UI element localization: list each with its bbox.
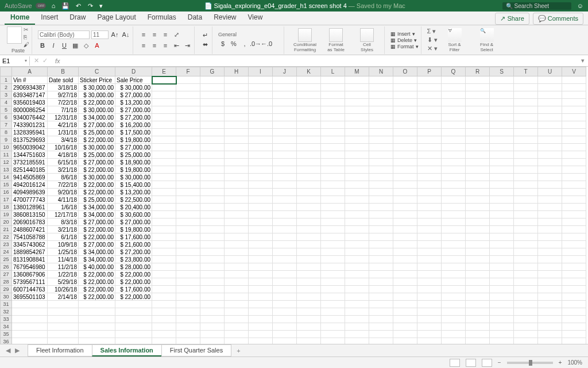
cell[interactable] — [297, 174, 321, 181]
cell[interactable] — [297, 256, 321, 263]
search-sheet[interactable]: 🔍 Search Sheet — [502, 2, 571, 10]
increase-font-icon[interactable]: A↑ — [110, 30, 119, 39]
cell[interactable] — [321, 256, 345, 263]
cell[interactable] — [562, 76, 586, 84]
cell[interactable] — [345, 99, 369, 106]
cell[interactable] — [225, 166, 249, 174]
cell[interactable]: $ 13,200.00 — [115, 189, 152, 196]
cell[interactable] — [200, 286, 225, 293]
cell[interactable] — [152, 144, 176, 151]
cell[interactable] — [442, 159, 466, 166]
cell[interactable] — [393, 174, 417, 181]
col-header[interactable]: R — [466, 67, 490, 76]
cell[interactable]: 4/21/18 — [48, 121, 79, 129]
cell[interactable] — [562, 256, 586, 263]
cell[interactable] — [514, 338, 538, 344]
cell[interactable] — [417, 316, 442, 323]
cell[interactable] — [393, 91, 417, 99]
cell[interactable]: 8131908841 — [12, 256, 48, 263]
cell[interactable] — [152, 151, 176, 159]
cell[interactable] — [514, 129, 538, 136]
cell[interactable] — [417, 204, 442, 211]
cell[interactable] — [514, 114, 538, 121]
cell[interactable]: $ 27,200.00 — [115, 248, 152, 256]
cell[interactable] — [273, 76, 297, 84]
cell[interactable]: $ 30,000.00 — [115, 174, 152, 181]
cell[interactable] — [225, 174, 249, 181]
cell[interactable] — [200, 189, 225, 196]
cell[interactable] — [442, 271, 466, 278]
cell[interactable] — [176, 286, 200, 293]
cell[interactable]: $ 30,000.00 — [79, 174, 115, 181]
cell[interactable]: 1889854267 — [12, 248, 48, 256]
cell[interactable] — [200, 204, 225, 211]
cell[interactable] — [514, 84, 538, 91]
cell[interactable]: 9650039042 — [12, 144, 48, 151]
cell[interactable] — [225, 144, 249, 151]
zoom-in-icon[interactable]: + — [559, 359, 562, 366]
cell[interactable] — [417, 91, 442, 99]
col-header[interactable]: F — [176, 67, 200, 76]
cell[interactable] — [393, 271, 417, 278]
cell[interactable] — [297, 159, 321, 166]
cell[interactable]: $ 34,000.00 — [79, 114, 115, 121]
cell[interactable] — [490, 136, 514, 144]
cell[interactable] — [152, 166, 176, 174]
cell[interactable] — [442, 293, 466, 301]
cell[interactable] — [225, 226, 249, 233]
cell[interactable] — [152, 204, 176, 211]
cell[interactable] — [490, 189, 514, 196]
cell[interactable] — [152, 256, 176, 263]
row-header[interactable]: 14 — [1, 174, 12, 181]
cell[interactable] — [514, 106, 538, 114]
cell[interactable] — [417, 181, 442, 189]
cell[interactable] — [249, 76, 273, 84]
cell[interactable] — [393, 151, 417, 159]
cell[interactable] — [538, 166, 562, 174]
cell[interactable] — [297, 189, 321, 196]
cell[interactable] — [152, 99, 176, 106]
cell[interactable] — [249, 338, 273, 344]
tab-review[interactable]: Review — [208, 11, 242, 25]
cell[interactable] — [249, 256, 273, 263]
cell[interactable]: $ 28,000.00 — [115, 263, 152, 271]
cell[interactable] — [176, 174, 200, 181]
cell[interactable] — [225, 204, 249, 211]
format-painter-icon[interactable]: 🖌 — [24, 41, 29, 48]
cell[interactable] — [417, 286, 442, 293]
cell[interactable] — [562, 286, 586, 293]
cell[interactable] — [249, 316, 273, 323]
cell[interactable] — [200, 308, 225, 316]
cell[interactable]: $ 27,000.00 — [79, 218, 115, 226]
cell[interactable] — [225, 248, 249, 256]
cell[interactable] — [225, 121, 249, 129]
cell[interactable] — [345, 76, 369, 84]
cell[interactable] — [490, 323, 514, 331]
cell[interactable]: 12/31/18 — [48, 114, 79, 121]
cell[interactable] — [514, 218, 538, 226]
cell[interactable] — [417, 84, 442, 91]
cell[interactable] — [321, 278, 345, 286]
cell[interactable] — [345, 151, 369, 159]
cell[interactable] — [115, 301, 152, 308]
cell[interactable] — [514, 256, 538, 263]
cell[interactable] — [321, 99, 345, 106]
cell[interactable] — [249, 181, 273, 189]
name-box[interactable]: E1▾ — [0, 56, 30, 66]
tab-page-layout[interactable]: Page Layout — [91, 11, 141, 25]
decrease-decimal-icon[interactable]: ←.0 — [262, 39, 271, 48]
cell[interactable]: $ 13,200.00 — [115, 99, 152, 106]
cell[interactable]: 11/4/18 — [48, 256, 79, 263]
cell[interactable] — [442, 233, 466, 241]
cell[interactable] — [442, 256, 466, 263]
cell[interactable] — [297, 84, 321, 91]
cell[interactable] — [345, 159, 369, 166]
cell[interactable] — [152, 114, 176, 121]
cell[interactable] — [249, 91, 273, 99]
cell[interactable] — [538, 129, 562, 136]
cell[interactable] — [297, 151, 321, 159]
cell[interactable]: $ 22,000.00 — [79, 233, 115, 241]
cell[interactable] — [345, 181, 369, 189]
cell[interactable] — [176, 196, 200, 204]
cell[interactable] — [249, 211, 273, 218]
